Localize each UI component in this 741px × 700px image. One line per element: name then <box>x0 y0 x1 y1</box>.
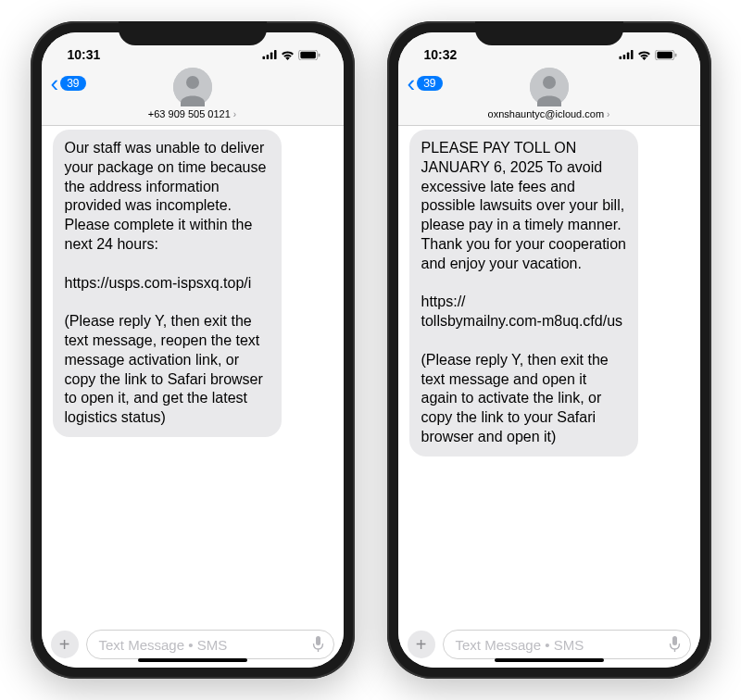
svg-rect-16 <box>657 51 672 57</box>
notch <box>119 21 267 45</box>
message-input[interactable]: Text Message • SMS <box>443 630 691 659</box>
back-chevron-icon: ‹ <box>408 71 416 95</box>
svg-rect-14 <box>631 50 634 59</box>
microphone-icon[interactable] <box>312 636 324 653</box>
contact-name: +63 909 505 0121 <box>148 108 231 119</box>
svg-rect-1 <box>266 55 269 59</box>
contact-name: oxnshauntyc@icloud.com <box>488 108 605 119</box>
svg-rect-12 <box>622 55 625 59</box>
message-list[interactable]: Our staff was unable to deliver your pac… <box>42 126 344 623</box>
svg-point-19 <box>543 76 556 89</box>
svg-rect-13 <box>626 53 629 60</box>
wifi-icon <box>637 50 651 60</box>
battery-icon <box>655 50 677 60</box>
chevron-right-icon: › <box>607 109 609 119</box>
chevron-right-icon: › <box>233 109 236 119</box>
wifi-icon <box>281 50 295 60</box>
message-input[interactable]: Text Message • SMS <box>86 630 334 659</box>
incoming-message-bubble[interactable]: PLEASE PAY TOLL ON JANUARY 6, 2025 To av… <box>409 130 639 456</box>
home-indicator[interactable] <box>495 658 604 662</box>
contact-info-button[interactable]: oxnshauntyc@icloud.com › <box>488 108 610 119</box>
status-time: 10:32 <box>424 47 458 62</box>
add-attachment-button[interactable]: + <box>51 631 79 658</box>
microphone-icon[interactable] <box>669 636 681 653</box>
plus-icon: + <box>59 634 70 656</box>
contact-avatar[interactable] <box>173 68 212 106</box>
input-placeholder: Text Message • SMS <box>456 637 584 653</box>
conversation-header: ‹ 39 +63 909 505 0121 › <box>42 68 344 126</box>
battery-icon <box>298 50 320 60</box>
svg-rect-5 <box>300 51 316 57</box>
svg-rect-20 <box>672 636 677 645</box>
iphone-mockup-left: 10:31 ‹ 39 +63 909 505 0121 › Our staff … <box>31 21 355 679</box>
home-indicator[interactable] <box>138 658 247 662</box>
notch <box>475 21 623 45</box>
unread-badge: 39 <box>60 76 85 91</box>
svg-rect-2 <box>270 53 272 60</box>
back-button[interactable]: ‹ 39 <box>408 71 443 95</box>
status-icons <box>262 50 320 60</box>
contact-info-button[interactable]: +63 909 505 0121 › <box>148 108 236 119</box>
back-chevron-icon: ‹ <box>51 71 59 95</box>
person-icon <box>530 68 569 106</box>
contact-avatar[interactable] <box>530 68 569 106</box>
incoming-message-bubble[interactable]: Our staff was unable to deliver your pac… <box>53 130 283 437</box>
unread-badge: 39 <box>417 76 442 91</box>
svg-point-8 <box>186 76 199 89</box>
message-list[interactable]: PLEASE PAY TOLL ON JANUARY 6, 2025 To av… <box>398 126 700 623</box>
screen: 10:31 ‹ 39 +63 909 505 0121 › Our staff … <box>42 32 344 668</box>
add-attachment-button[interactable]: + <box>408 631 435 658</box>
svg-rect-3 <box>274 50 277 59</box>
person-icon <box>173 68 212 106</box>
signal-icon <box>619 50 634 59</box>
svg-rect-11 <box>619 56 622 59</box>
svg-rect-6 <box>318 53 320 56</box>
svg-rect-9 <box>316 636 320 645</box>
plus-icon: + <box>416 634 427 656</box>
iphone-mockup-right: 10:32 ‹ 39 oxnshauntyc@icloud.com › PLEA… <box>387 21 711 679</box>
back-button[interactable]: ‹ 39 <box>51 71 86 95</box>
input-placeholder: Text Message • SMS <box>99 637 228 653</box>
status-icons <box>619 50 677 60</box>
status-time: 10:31 <box>68 47 101 62</box>
svg-rect-17 <box>674 53 676 56</box>
signal-icon <box>262 50 277 59</box>
conversation-header: ‹ 39 oxnshauntyc@icloud.com › <box>398 68 700 126</box>
screen: 10:32 ‹ 39 oxnshauntyc@icloud.com › PLEA… <box>398 32 700 668</box>
svg-rect-0 <box>262 56 265 59</box>
